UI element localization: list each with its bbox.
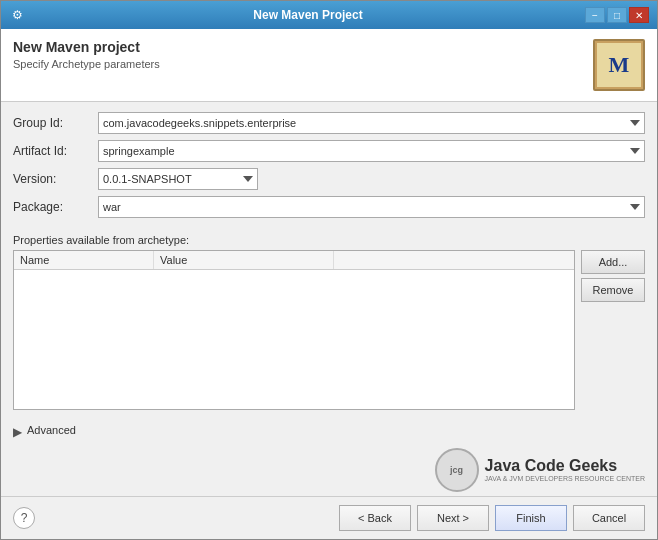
jcg-text-block: Java Code Geeks JAVA & JVM DEVELOPERS RE… bbox=[485, 456, 645, 484]
advanced-section[interactable]: ▶ Advanced bbox=[1, 416, 657, 444]
advanced-label: Advanced bbox=[27, 424, 76, 436]
cancel-button[interactable]: Cancel bbox=[573, 505, 645, 531]
version-row: Version: 0.0.1-SNAPSHOT bbox=[13, 168, 645, 190]
advanced-chevron-icon: ▶ bbox=[13, 425, 23, 435]
main-window: ⚙ New Maven Project − □ ✕ New Maven proj… bbox=[0, 0, 658, 540]
group-id-label: Group Id: bbox=[13, 116, 98, 130]
properties-container: Name Value Add... Remove bbox=[13, 250, 645, 410]
back-button[interactable]: < Back bbox=[339, 505, 411, 531]
window-content: New Maven project Specify Archetype para… bbox=[1, 29, 657, 496]
close-button[interactable]: ✕ bbox=[629, 7, 649, 23]
maximize-button[interactable]: □ bbox=[607, 7, 627, 23]
table-header: Name Value bbox=[14, 251, 574, 270]
jcg-sub-text: JAVA & JVM DEVELOPERS RESOURCE CENTER bbox=[485, 475, 645, 483]
artifact-id-row: Artifact Id: springexample bbox=[13, 140, 645, 162]
title-bar: ⚙ New Maven Project − □ ✕ bbox=[1, 1, 657, 29]
properties-section: Properties available from archetype: Nam… bbox=[1, 234, 657, 416]
group-id-row: Group Id: com.javacodegeeks.snippets.ent… bbox=[13, 112, 645, 134]
jcg-circle: jcg bbox=[435, 448, 479, 492]
group-id-input[interactable]: com.javacodegeeks.snippets.enterprise bbox=[98, 112, 645, 134]
next-button[interactable]: Next > bbox=[417, 505, 489, 531]
minimize-button[interactable]: − bbox=[585, 7, 605, 23]
properties-label: Properties available from archetype: bbox=[13, 234, 645, 246]
column-name: Name bbox=[14, 251, 154, 269]
logo-area: jcg Java Code Geeks JAVA & JVM DEVELOPER… bbox=[1, 444, 657, 496]
artifact-id-label: Artifact Id: bbox=[13, 144, 98, 158]
header-section: New Maven project Specify Archetype para… bbox=[1, 29, 657, 102]
remove-button[interactable]: Remove bbox=[581, 278, 645, 302]
jcg-main-text: Java Code Geeks bbox=[485, 456, 645, 475]
column-value: Value bbox=[154, 251, 334, 269]
form-section: Group Id: com.javacodegeeks.snippets.ent… bbox=[1, 102, 657, 234]
package-input[interactable]: war bbox=[98, 196, 645, 218]
add-button[interactable]: Add... bbox=[581, 250, 645, 274]
header-text: New Maven project Specify Archetype para… bbox=[13, 39, 160, 70]
window-controls: − □ ✕ bbox=[585, 7, 649, 23]
table-body bbox=[14, 270, 574, 404]
page-title: New Maven project bbox=[13, 39, 160, 55]
package-label: Package: bbox=[13, 200, 98, 214]
column-extra bbox=[334, 251, 574, 269]
window-title: New Maven Project bbox=[31, 8, 585, 22]
version-label: Version: bbox=[13, 172, 98, 186]
page-subtitle: Specify Archetype parameters bbox=[13, 58, 160, 70]
table-actions: Add... Remove bbox=[581, 250, 645, 410]
window-icon: ⚙ bbox=[9, 7, 25, 23]
finish-button[interactable]: Finish bbox=[495, 505, 567, 531]
version-select[interactable]: 0.0.1-SNAPSHOT bbox=[98, 168, 258, 190]
jcg-logo: jcg Java Code Geeks JAVA & JVM DEVELOPER… bbox=[435, 448, 645, 492]
properties-table: Name Value bbox=[13, 250, 575, 410]
footer-buttons: < Back Next > Finish Cancel bbox=[35, 505, 645, 531]
package-row: Package: war bbox=[13, 196, 645, 218]
footer: ? < Back Next > Finish Cancel bbox=[1, 496, 657, 539]
maven-logo: M bbox=[593, 39, 645, 91]
help-button[interactable]: ? bbox=[13, 507, 35, 529]
artifact-id-input[interactable]: springexample bbox=[98, 140, 645, 162]
